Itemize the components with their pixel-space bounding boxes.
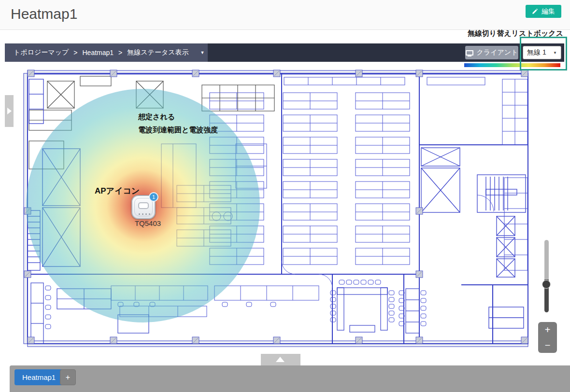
zoom-in-button[interactable]: + [538, 322, 557, 337]
annotation-listbox-label: 無線切り替えリストボックス [468, 29, 563, 38]
panel-collapse-handle[interactable] [261, 354, 300, 365]
map-toolbar: トポロジーマップ > Heatmap1 > 無線ステータス表示 ▼ クライアント… [5, 43, 564, 62]
zoom-out-button[interactable]: − [538, 337, 557, 353]
ap-radio-count-badge: 1 [149, 192, 158, 202]
zoom-slider-handle[interactable] [542, 280, 551, 289]
zoom-controls: + − [538, 322, 557, 353]
chevron-up-icon [276, 357, 285, 362]
add-map-button[interactable]: + [60, 369, 76, 385]
client-button[interactable]: クライアント [465, 46, 518, 59]
header: Heatmap1 編集 [0, 0, 570, 30]
client-button-label: クライアント [477, 48, 518, 57]
radio-select-listbox[interactable]: 無線 1 ▼ [523, 46, 561, 59]
map-tab-bar: Heatmap1 + [10, 365, 570, 392]
map-canvas[interactable]: 想定される 電波到達範囲と電波強度 APアイコン 1 TQ5403 [5, 62, 564, 365]
chevron-down-icon: ▼ [553, 51, 557, 55]
edit-button[interactable]: 編集 [526, 5, 561, 18]
annotation-range-label: 想定される 電波到達範囲と電波強度 [138, 110, 218, 136]
zoom-slider-track[interactable] [544, 240, 549, 312]
breadcrumb-separator: > [73, 49, 77, 56]
chevron-right-icon [7, 108, 12, 114]
access-point-icon[interactable]: 1 [131, 194, 156, 219]
page-title: Heatmap1 [11, 6, 77, 22]
breadcrumb-heatmap1[interactable]: Heatmap1 [82, 49, 114, 56]
radio-select-value: 無線 1 [527, 48, 546, 57]
signal-strength-gradient [464, 63, 560, 67]
ap-name-label: TQ5403 [124, 219, 172, 227]
breadcrumb: トポロジーマップ > Heatmap1 > 無線ステータス表示 ▼ [5, 43, 208, 62]
breadcrumb-topology[interactable]: トポロジーマップ [14, 48, 69, 57]
breadcrumb-view-mode[interactable]: 無線ステータス表示 [127, 48, 188, 57]
breadcrumb-separator: > [118, 49, 122, 56]
heatmap-page: Heatmap1 編集 無線切り替えリストボックス トポロジーマップ > Hea… [0, 0, 570, 392]
pencil-icon [532, 8, 538, 14]
sidebar-expand-toggle[interactable] [5, 95, 14, 127]
tab-heatmap1[interactable]: Heatmap1 [14, 369, 63, 385]
monitor-icon [466, 50, 473, 56]
edit-button-label: 編集 [542, 7, 555, 16]
view-mode-caret-icon[interactable]: ▼ [200, 50, 205, 55]
